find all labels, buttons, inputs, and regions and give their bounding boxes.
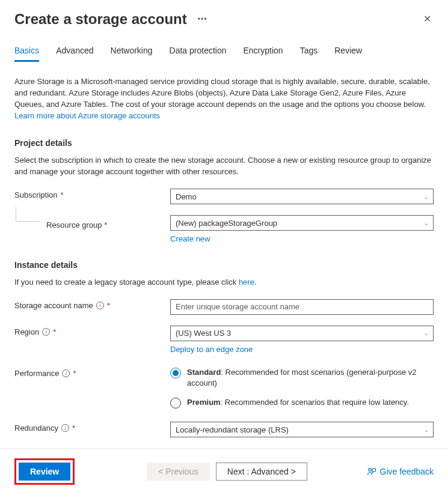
previous-button: < Previous: [147, 463, 210, 481]
tab-encryption[interactable]: Encryption: [244, 46, 283, 62]
performance-label: Performance i *: [14, 367, 170, 378]
resource-group-value: (New) packageStorageGroup: [176, 219, 277, 228]
instance-details-heading: Instance details: [14, 260, 434, 270]
give-feedback-link[interactable]: Give feedback: [367, 467, 434, 476]
subscription-value: Demo: [176, 192, 197, 201]
info-icon[interactable]: i: [61, 424, 69, 432]
chevron-down-icon: ⌵: [425, 427, 428, 433]
more-actions-icon[interactable]: •••: [198, 15, 207, 23]
intro-body: Azure Storage is a Microsoft-managed ser…: [14, 77, 430, 109]
performance-premium-radio[interactable]: [170, 398, 181, 408]
tab-networking[interactable]: Networking: [111, 46, 153, 62]
resource-group-select[interactable]: (New) packageStorageGroup ⌵: [170, 215, 434, 231]
chevron-down-icon: ⌵: [425, 193, 428, 200]
close-icon[interactable]: ✕: [421, 12, 434, 26]
feedback-label: Give feedback: [380, 467, 434, 476]
region-label: Region i *: [14, 326, 170, 336]
next-button[interactable]: Next : Advanced >: [216, 463, 307, 481]
storage-name-label: Storage account name i *: [14, 299, 170, 310]
tab-advanced[interactable]: Advanced: [56, 46, 93, 62]
performance-standard-label: Standard: Recommended for most scenarios…: [187, 367, 434, 389]
tab-basics[interactable]: Basics: [14, 46, 39, 62]
performance-premium-label: Premium: Recommended for scenarios that …: [187, 397, 409, 408]
tab-review[interactable]: Review: [334, 46, 362, 62]
review-button[interactable]: Review: [19, 463, 70, 481]
subscription-label: Subscription *: [14, 189, 170, 199]
resource-group-label: Resource group *: [46, 217, 170, 229]
redundancy-select[interactable]: Locally-redundant storage (LRS) ⌵: [170, 422, 434, 437]
project-details-heading: Project details: [14, 138, 434, 148]
project-details-desc: Select the subscription in which to crea…: [14, 155, 434, 178]
create-new-link[interactable]: Create new: [170, 234, 210, 243]
info-icon[interactable]: i: [96, 302, 104, 309]
subscription-select[interactable]: Demo ⌵: [170, 189, 434, 204]
intro-text: Azure Storage is a Microsoft-managed ser…: [14, 76, 434, 121]
review-highlight: Review: [14, 458, 75, 485]
deploy-edge-link[interactable]: Deploy to an edge zone: [170, 345, 253, 354]
redundancy-value: Locally-redundant storage (LRS): [176, 425, 289, 434]
learn-more-link[interactable]: Learn more about Azure storage accounts: [14, 111, 160, 120]
legacy-here-link[interactable]: here: [239, 278, 254, 287]
info-icon[interactable]: i: [62, 369, 70, 377]
footer: Review < Previous Next : Advanced > Give…: [0, 448, 448, 497]
tabs: Basics Advanced Networking Data protecti…: [14, 46, 434, 62]
tab-tags[interactable]: Tags: [300, 46, 318, 62]
chevron-down-icon: ⌵: [425, 330, 428, 336]
tab-data-protection[interactable]: Data protection: [170, 46, 227, 62]
region-value: (US) West US 3: [176, 329, 231, 338]
info-icon[interactable]: i: [42, 328, 50, 336]
redundancy-label: Redundancy i *: [14, 422, 170, 433]
storage-name-input[interactable]: [170, 299, 434, 315]
header: Create a storage account ••• ✕: [14, 11, 434, 28]
tree-connector: [16, 207, 40, 222]
feedback-icon: [367, 467, 376, 476]
performance-standard-radio[interactable]: [170, 368, 181, 378]
chevron-down-icon: ⌵: [425, 220, 428, 226]
svg-point-0: [368, 469, 371, 472]
page-title: Create a storage account: [14, 11, 192, 28]
legacy-note: If you need to create a legacy storage a…: [14, 277, 434, 288]
region-select[interactable]: (US) West US 3 ⌵: [170, 326, 434, 341]
